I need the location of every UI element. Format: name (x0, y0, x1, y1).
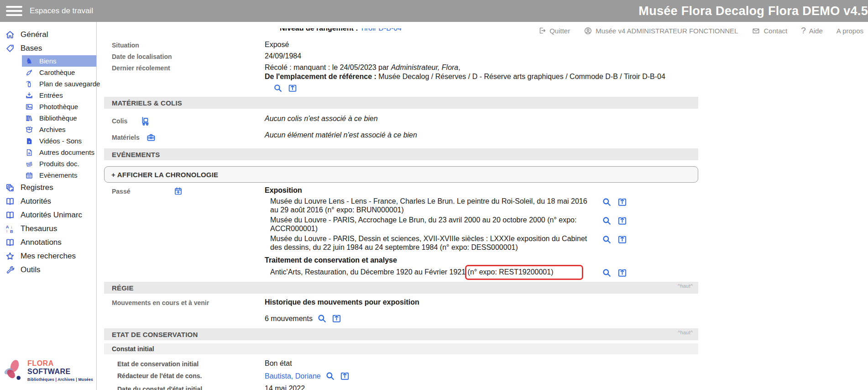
workspace-title: Espaces de travail (30, 6, 93, 16)
exposition-entry-text: Musée du Louvre - PARIS, Accrochage Le B… (270, 216, 595, 233)
main-content: Quitter Musée v4 ADMINISTRATEUR FONCTION… (97, 22, 868, 390)
field-label: Etat de conservation initial (97, 359, 265, 368)
svg-text:B: B (10, 229, 13, 234)
exposition-entry: Musée du Louvre - PARIS, Dessin et scien… (270, 234, 868, 252)
open-window-icon[interactable] (288, 83, 298, 93)
search-icon[interactable] (601, 216, 612, 226)
mouvements-count: 6 mouvements (265, 314, 313, 323)
exposition-entry: Musée du Louvre Lens - Lens - France, Ch… (270, 197, 868, 214)
search-icon[interactable] (601, 234, 612, 245)
thesaurus-ab-icon: A↓↑B (5, 223, 16, 234)
search-icon[interactable] (325, 371, 335, 381)
sidebar-item-thesaurus[interactable]: A↓↑B Thesaurus (0, 222, 96, 236)
search-icon[interactable] (601, 268, 612, 278)
quitter-button[interactable]: Quitter (538, 26, 570, 35)
open-window-icon[interactable] (340, 371, 350, 381)
user-menu[interactable]: Musée v4 ADMINISTRATEUR FONCTIONNEL (584, 26, 738, 35)
field-label: Mouvements en cours et à venir (97, 298, 265, 306)
field-etat-initial: Etat de conservation initial Bon état (97, 359, 868, 368)
field-date-constat: Date du constat d'état initial 14 mai 20… (97, 384, 868, 390)
field-label: Rédacteur de l'état de cons. (97, 371, 265, 379)
open-book-icon (5, 196, 16, 207)
haut-link[interactable]: ^haut^ (678, 283, 693, 289)
sidebar-item-plan-sauvegarde[interactable]: Plan de sauvegarde (22, 78, 96, 90)
sidebar-item-bibliotheque[interactable]: Bibliothèque (22, 112, 96, 124)
sidebar-item-biens[interactable]: ♞ Biens (22, 55, 96, 67)
field-value: 14 mai 2022 (265, 384, 305, 390)
archive-box-icon (25, 125, 33, 134)
logo-tagline: Bibliothèques | Archives | Musées (27, 377, 96, 382)
open-window-icon[interactable] (617, 234, 627, 245)
inbox-download-icon (25, 91, 33, 100)
sidebar-item-bases[interactable]: Bases (0, 42, 96, 55)
menu-icon[interactable] (6, 4, 22, 18)
sidebar-item-autres-documents[interactable]: Autres documents (22, 147, 96, 158)
apropos-button[interactable]: A propos (837, 27, 863, 35)
open-window-icon[interactable] (617, 216, 627, 226)
sidebar-item-videos-sons[interactable]: Vidéos - Sons (22, 135, 96, 147)
niveau-label: Niveau de rangement : (280, 28, 360, 32)
sidebar-item-label: Vidéos - Sons (39, 137, 82, 145)
sidebar-item-label: Bases (21, 44, 42, 53)
sidebar-item-outils[interactable]: Outils (0, 263, 96, 277)
recolement-text: Récolé : manquant : le 24/05/2023 par (265, 63, 391, 71)
app-brand-title: Musée Flora Decalog Flora DEMO v4.5 (629, 4, 868, 18)
passe-label: Passé (112, 186, 130, 195)
sidebar-item-annotations[interactable]: Annotations (0, 236, 96, 249)
dolly-icon[interactable] (140, 116, 151, 126)
sidebar-item-phototheque[interactable]: Photothèque (22, 101, 96, 112)
search-icon[interactable] (601, 197, 612, 207)
field-label: Date du constat d'état initial (97, 384, 265, 390)
search-icon[interactable] (317, 313, 327, 324)
sidebar-item-general[interactable]: Général (0, 28, 96, 42)
recolement-comma: , (458, 63, 460, 71)
haut-link[interactable]: ^haut^ (678, 330, 693, 335)
logo-flora-text: FLORA (27, 359, 53, 367)
field-value: Bon état (265, 359, 292, 368)
fire-extinguisher-icon (25, 79, 33, 88)
toolbox-icon[interactable] (146, 132, 157, 143)
search-icon[interactable] (273, 83, 283, 93)
sidebar-item-autorites-unimarc[interactable]: Autorités Unimarc (0, 208, 96, 222)
mouvements-count-row: 6 mouvements (97, 313, 868, 324)
question-mark-icon: ? (801, 26, 806, 36)
redacteur-link[interactable]: Bautista, Doriane (265, 372, 321, 381)
sidebar-item-label: Produits doc. (39, 160, 79, 168)
exposition-entry: Musée du Louvre - PARIS, Accrochage Le B… (270, 216, 868, 233)
calendar-plus-icon[interactable] (173, 186, 183, 196)
aide-button[interactable]: ? Aide (801, 26, 823, 36)
sidebar-item-entrees[interactable]: Entrées (22, 90, 96, 101)
field-value: Aucun élément matériel n'est associé à c… (265, 131, 417, 140)
photo-icon (25, 102, 33, 111)
sidebar-item-autorites[interactable]: Autorités (0, 195, 96, 208)
sidebar-item-evenements[interactable]: Evènements (22, 169, 96, 181)
sidebar-item-label: Archives (39, 126, 66, 133)
contact-button[interactable]: Contact (752, 26, 787, 35)
sidebar-item-label: Thesaurus (21, 224, 57, 233)
sidebar-item-mes-recherches[interactable]: Mes recherches (0, 249, 96, 263)
section-evenements: EVÉNEMENTS (104, 148, 698, 160)
open-window-icon[interactable] (617, 197, 627, 207)
afficher-chronologie-button[interactable]: + AFFICHER LA CHRONOLOGIE (104, 166, 698, 183)
niveau-link[interactable]: Tiroir D-B-04 (360, 28, 402, 32)
sidebar-item-produits-doc[interactable]: Produits doc. (22, 158, 96, 169)
sidebar: Général Bases ♞ Biens Carothèque (0, 22, 97, 390)
sidebar-item-registres[interactable]: Registres (0, 181, 96, 195)
sidebar-item-label: Général (21, 30, 48, 39)
exposition-entry-text: Musée du Louvre Lens - Lens - France, Ch… (270, 197, 595, 214)
sidebar-item-label: Mes recherches (21, 252, 76, 261)
section-materiels-colis: MATÉRIELS & COLIS (104, 97, 698, 109)
exposition-heading: Exposition (265, 186, 868, 195)
calendar-icon (25, 171, 33, 179)
sidebar-item-label: Annotations (21, 238, 62, 247)
flora-petals-icon (3, 358, 26, 383)
sidebar-item-archives[interactable]: Archives (22, 124, 96, 135)
logo-software-text: SOFTWARE (27, 368, 71, 375)
open-window-icon[interactable] (331, 313, 342, 324)
wrench-icon (5, 264, 16, 275)
open-window-icon[interactable] (617, 268, 627, 278)
traitement-entry-text: Antic'Arts, Restauration, du Décembre 19… (270, 268, 468, 276)
svg-text:↑: ↑ (6, 229, 8, 234)
sidebar-item-carotheque[interactable]: Carothèque (22, 67, 96, 78)
field-situation: Situation Exposé (97, 40, 868, 49)
